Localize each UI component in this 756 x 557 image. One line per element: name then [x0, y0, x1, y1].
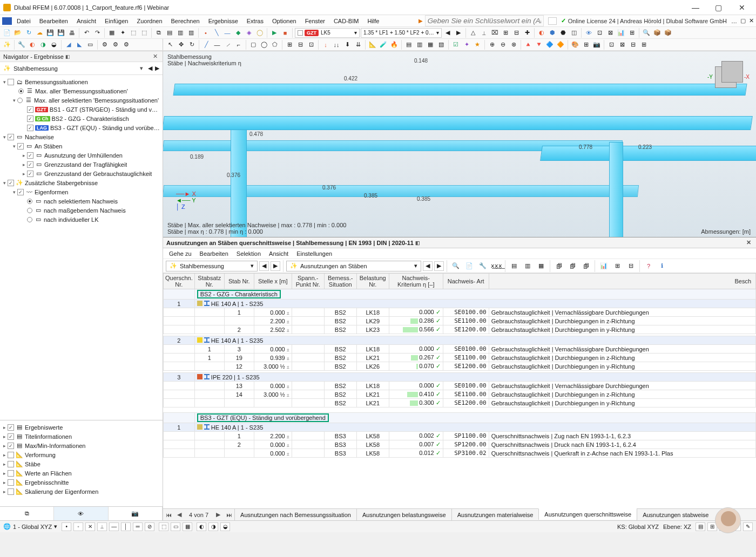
results-r-next-icon[interactable]: ▶	[434, 261, 444, 271]
results-menu-einst[interactable]: Einstellungen	[293, 249, 335, 258]
res-tool1-icon[interactable]: 🔧	[17, 40, 26, 50]
results-left-selector[interactable]: ✨Stahlbemessung▾	[166, 261, 258, 271]
snap-mid-icon[interactable]: ◦	[73, 522, 83, 531]
results-settings-icon[interactable]: 🔧	[477, 261, 489, 271]
results-menu-ansicht[interactable]: Ansicht	[266, 249, 292, 258]
rotate-icon[interactable]: ↻	[187, 40, 197, 50]
navigator-close-icon[interactable]: ✕	[151, 53, 159, 60]
res-opt2-icon[interactable]: ⚙	[111, 40, 120, 50]
results-xxx-icon[interactable]: x͟x͟x͟	[490, 261, 502, 271]
results-t1-icon[interactable]: ▤	[508, 261, 520, 271]
support-icon[interactable]: △	[468, 28, 478, 38]
bottom-item[interactable]: Ergebniswerte	[25, 424, 63, 431]
menu-hilfe[interactable]: Hilfe	[363, 17, 383, 25]
display-icon[interactable]: 👁	[584, 28, 593, 38]
loadcase-dropdown[interactable]: GZT LK5 ▾	[295, 28, 360, 38]
table-row[interactable]: BS2 LK21 0.300 ✓ SE1200.00 Gebrauchstaug…	[164, 399, 756, 407]
e17-icon[interactable]: 🔥	[389, 40, 399, 50]
e31-icon[interactable]: 🔶	[556, 40, 565, 50]
e30-icon[interactable]: 🔷	[545, 40, 555, 50]
nav-tab-data[interactable]: ⧉	[0, 507, 54, 520]
bottom-item[interactable]: Ergebnisschnitte	[25, 479, 69, 486]
minimize-button[interactable]: —	[685, 3, 706, 12]
snap-h-icon[interactable]: ═	[133, 522, 143, 531]
panel-icon[interactable]: ▥	[176, 28, 185, 38]
snap-end-icon[interactable]: •	[62, 522, 71, 531]
app-menu-icon[interactable]	[2, 17, 12, 25]
display2-icon[interactable]: ⊡	[595, 28, 604, 38]
chk[interactable]	[8, 424, 14, 431]
view3-icon[interactable]: ⬚	[139, 28, 149, 38]
node-icon[interactable]: •	[201, 28, 211, 38]
results-menu-bearb[interactable]: Bearbeiten	[197, 249, 232, 258]
e20-icon[interactable]: ▦	[426, 40, 435, 50]
e26-icon[interactable]: ⊖	[498, 40, 508, 50]
table-row[interactable]: 1 0.000 ± BS2 LK18 0.000 ✓ SE0100.00 Geb…	[164, 308, 756, 317]
results-right-selector[interactable]: ✨Ausnutzungen an Stäben▾	[286, 261, 421, 271]
axes-icon[interactable]: ✦	[118, 28, 127, 38]
results-find-icon[interactable]: 🔍	[450, 261, 462, 271]
e18-icon[interactable]: ▤	[404, 40, 414, 50]
new-file-icon[interactable]: 📄	[2, 28, 12, 38]
section-label[interactable]: IPE 220 | 1 - S235	[194, 373, 755, 382]
e13-icon[interactable]: ⬇	[342, 40, 352, 50]
table-row[interactable]: 2.200 ± BS2 LK29 0.286 ✓ SE1100.00 Gebra…	[164, 317, 756, 325]
status-coord-icon[interactable]: 🌐	[3, 523, 11, 530]
nav-prev-icon[interactable]: ◀	[148, 65, 152, 72]
chk[interactable]	[8, 79, 14, 85]
table-row[interactable]: 1 2.200 ± BS3 LK58 0.002 ✓ SP1100.00 Que…	[164, 432, 756, 440]
res-view1-icon[interactable]: ◢	[64, 40, 73, 50]
tab-last-icon[interactable]: ⏭	[224, 512, 234, 518]
e8-icon[interactable]: ⊞	[285, 40, 294, 50]
e4-icon[interactable]: ⌐	[234, 40, 244, 50]
e35-icon[interactable]: ⊡	[606, 40, 616, 50]
results-close-icon[interactable]: ✕	[745, 239, 753, 246]
table-row[interactable]: 2 0.000 ± BS3 LK58 0.007 ✓ SP1200.00 Que…	[164, 440, 756, 449]
save-all-icon[interactable]: 💾	[56, 28, 66, 38]
view-xy-icon[interactable]: ▭	[171, 522, 180, 531]
res-tool3-icon[interactable]: ◑	[38, 40, 48, 50]
opening-icon[interactable]: ◯	[255, 28, 265, 38]
e10-icon[interactable]: ⊡	[306, 40, 316, 50]
status-b1-icon[interactable]: ▤	[696, 522, 705, 531]
bottom-item[interactable]: Titelinformationen	[25, 433, 72, 440]
results-menu-selekt[interactable]: Selektion	[233, 249, 264, 258]
chk[interactable]	[8, 488, 14, 495]
chk[interactable]	[8, 443, 14, 449]
e38-icon[interactable]: ⊞	[639, 40, 649, 50]
results-details-icon[interactable]: 📄	[463, 261, 475, 271]
nav-next-icon[interactable]: ▶	[155, 65, 159, 72]
view2-icon[interactable]: ⬚	[129, 28, 138, 38]
bottom-item[interactable]: Werte an Flächen	[25, 470, 72, 477]
e36-icon[interactable]: ⊠	[617, 40, 627, 50]
section-label[interactable]: HE 140 A | 1 - S235	[194, 336, 755, 345]
navigator-dock-icon[interactable]: ◧	[64, 54, 72, 59]
results-t4-icon[interactable]: 🗐	[553, 261, 565, 271]
tab-bs[interactable]: Ausnutzungen nach Bemessungssituation	[234, 509, 356, 520]
chevron-down-icon[interactable]: ▾	[140, 65, 143, 72]
results-l-next-icon[interactable]: ▶	[271, 261, 280, 271]
view-iso-icon[interactable]: ⬚	[159, 522, 168, 531]
res-view3-icon[interactable]: ▭	[85, 40, 95, 50]
display3-icon[interactable]: ⊠	[605, 28, 615, 38]
surface-icon[interactable]: ◆	[233, 28, 243, 38]
tool3-icon[interactable]: ⌧	[490, 28, 500, 38]
chk[interactable]	[8, 461, 14, 467]
e3-icon[interactable]: ⟋	[223, 40, 233, 50]
results-help-icon[interactable]: ?	[643, 261, 654, 271]
col-beschr[interactable]: Besch	[489, 274, 755, 289]
status-b5-icon[interactable]: ✎	[743, 522, 753, 531]
member-icon[interactable]: —	[222, 28, 232, 38]
menu-fenster[interactable]: Fenster	[301, 17, 329, 25]
tree-icon[interactable]: ⧉	[154, 28, 164, 38]
display5-icon[interactable]: ⊞	[627, 28, 637, 38]
results-l-prev-icon[interactable]: ◀	[259, 261, 269, 271]
tab-next-icon[interactable]: ▶	[213, 511, 224, 518]
view-grid-icon[interactable]: ▦	[183, 522, 192, 531]
sync-icon[interactable]: ↻	[24, 28, 33, 38]
maximize-button[interactable]: ▢	[708, 3, 730, 12]
render-icon[interactable]: ⬣	[558, 28, 568, 38]
tab-material[interactable]: Ausnutzungen materialweise	[451, 509, 539, 520]
sel-icon[interactable]: ↖	[165, 40, 175, 50]
tab-stab[interactable]: Ausnutzungen stabweise	[637, 509, 714, 520]
